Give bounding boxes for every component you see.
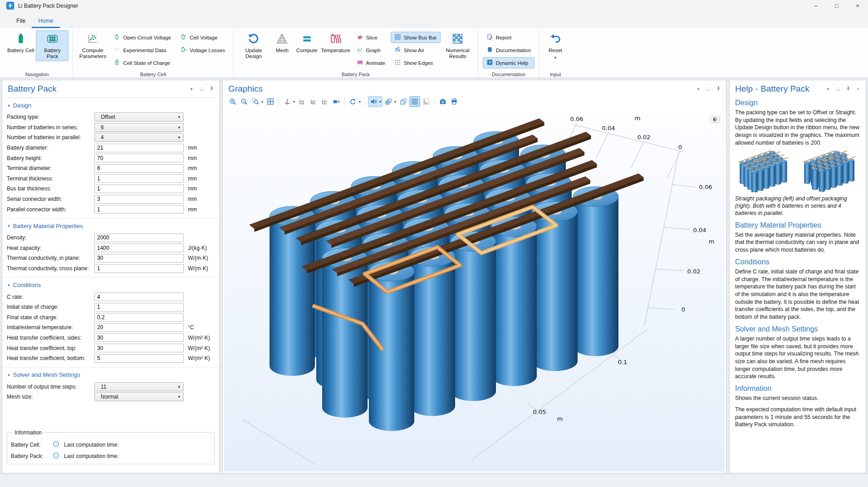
panel-float-icon[interactable]: □ bbox=[835, 86, 841, 92]
speaker-icon[interactable] bbox=[368, 97, 378, 107]
ribbon-button-mesh[interactable]: Mesh bbox=[270, 30, 294, 55]
ribbon-button-experimental-data[interactable]: Experimental Data bbox=[110, 44, 174, 56]
ribbon-button-dynamic-help[interactable]: ?Dynamic Help bbox=[483, 57, 535, 68]
ribbon-button-update-design[interactable]: Update Design bbox=[237, 30, 270, 61]
menu-tab-home[interactable]: Home bbox=[32, 14, 59, 28]
input-terminal-thickness[interactable] bbox=[94, 174, 184, 183]
chevron-down-icon[interactable]: ▾ bbox=[378, 100, 382, 104]
field-label: Thermal conductivity, in plane: bbox=[7, 255, 94, 261]
comsol-context-icon[interactable] bbox=[710, 116, 720, 125]
ribbon-button-show-air[interactable]: Show Air bbox=[391, 44, 441, 56]
input-serial-connector-width[interactable] bbox=[94, 195, 184, 204]
input-battery-height[interactable] bbox=[94, 154, 184, 162]
select-packing-type[interactable]: Offset▾ bbox=[94, 112, 184, 122]
input-initial-external-temperature[interactable] bbox=[94, 323, 184, 332]
input-heat-transfer-coefficient-sides[interactable] bbox=[94, 333, 184, 342]
select-mesh-size[interactable]: Normal▾ bbox=[94, 392, 184, 401]
view-xz-icon[interactable]: xz bbox=[320, 97, 330, 107]
ribbon-button-show-edges[interactable]: Show Edges bbox=[391, 57, 441, 68]
ribbon-button-cell-voltage[interactable]: Cell Voltage bbox=[177, 32, 229, 43]
section-header-conditions[interactable]: ▾Conditions bbox=[8, 282, 214, 288]
input-final-state-of-charge[interactable] bbox=[94, 313, 184, 321]
input-heat-transfer-coefficient-top[interactable] bbox=[94, 344, 184, 352]
zoom-extents-icon[interactable] bbox=[265, 97, 275, 107]
ribbon-button-battery-cell[interactable]: Battery Cell bbox=[5, 30, 36, 55]
menu-tab-file[interactable]: File bbox=[10, 14, 32, 28]
ribbon-button-compute-parameters[interactable]: Compute Parameters bbox=[76, 30, 109, 61]
perspective-icon[interactable] bbox=[331, 97, 341, 107]
view-xy-icon[interactable]: xy bbox=[297, 97, 307, 107]
close-button[interactable]: × bbox=[847, 0, 868, 11]
input-density[interactable] bbox=[94, 234, 184, 242]
input-heat-capacity[interactable] bbox=[94, 244, 184, 252]
section-header-design[interactable]: ▾Design bbox=[8, 102, 214, 109]
ribbon-button-cell-state-of-charge[interactable]: Cell State of Charge bbox=[110, 57, 174, 68]
axis-box-icon[interactable] bbox=[421, 97, 431, 107]
panel-menu-chevron-icon[interactable]: ▾ bbox=[188, 86, 195, 92]
ribbon-button-animate[interactable]: Animate bbox=[353, 57, 389, 68]
zoom-box-icon[interactable] bbox=[250, 97, 260, 107]
ribbon-button-reset[interactable]: Reset▾ bbox=[543, 30, 568, 62]
ribbon-button-open-circuit-voltage[interactable]: Open Circuit Voltage bbox=[110, 32, 174, 43]
input-initial-state-of-charge[interactable] bbox=[94, 303, 184, 312]
scatter-icon bbox=[87, 33, 99, 46]
minimize-button[interactable]: – bbox=[805, 0, 826, 11]
scene-icon[interactable] bbox=[383, 97, 393, 107]
info-icon[interactable]: i bbox=[53, 452, 59, 460]
view-yz-icon[interactable]: yz bbox=[309, 97, 319, 107]
svg-text:?: ? bbox=[488, 60, 491, 65]
chevron-down-icon[interactable]: ▾ bbox=[292, 100, 296, 104]
zoom-in-icon[interactable] bbox=[228, 97, 238, 107]
chevron-down-icon[interactable]: ▾ bbox=[393, 100, 397, 104]
ribbon-button-numerical-results[interactable]: Numerical Results bbox=[441, 30, 474, 61]
grid-icon[interactable] bbox=[410, 97, 420, 107]
panel-pin-icon[interactable] bbox=[845, 86, 851, 92]
ribbon-button-compute[interactable]: Compute bbox=[294, 30, 319, 55]
batt-bolt-icon bbox=[113, 59, 120, 67]
panel-float-icon[interactable]: □ bbox=[705, 86, 711, 92]
select-number-of-output-time-steps[interactable]: 11▾ bbox=[94, 382, 184, 391]
panel-menu-chevron-icon[interactable]: ▾ bbox=[695, 86, 701, 92]
ribbon-button-battery-pack[interactable]: Battery Pack bbox=[36, 30, 69, 61]
input-c-rate[interactable] bbox=[94, 292, 184, 301]
ribbon-button-report[interactable]: Report bbox=[483, 32, 535, 43]
axis-tick-label: 0 bbox=[678, 144, 682, 151]
maximize-button[interactable]: □ bbox=[826, 0, 847, 11]
select-number-of-batteries-in-parallel[interactable]: 4▾ bbox=[94, 133, 184, 142]
input-terminal-diameter[interactable] bbox=[94, 164, 184, 173]
transparency-icon[interactable] bbox=[398, 97, 408, 107]
zoom-out-icon[interactable] bbox=[239, 97, 249, 107]
input-heat-transfer-coefficient-bottom[interactable] bbox=[94, 354, 184, 363]
snapshot-icon[interactable] bbox=[438, 97, 448, 107]
ribbon-button-documentation[interactable]: Documentation bbox=[483, 44, 535, 56]
panel-float-icon[interactable]: □ bbox=[198, 86, 205, 92]
chevron-down-icon[interactable]: ▾ bbox=[358, 100, 362, 104]
panel-pin-icon[interactable] bbox=[208, 86, 215, 92]
chevron-down-icon[interactable]: ▾ bbox=[260, 100, 264, 104]
rotate-icon[interactable] bbox=[348, 97, 358, 107]
chevron-down-icon[interactable]: ▾ bbox=[554, 55, 557, 60]
panel-menu-chevron-icon[interactable]: ▾ bbox=[825, 86, 831, 92]
print-icon[interactable] bbox=[449, 97, 459, 107]
input-thermal-conductivity-in-plane[interactable] bbox=[94, 254, 184, 263]
batt-v-icon bbox=[180, 34, 187, 41]
ribbon-button-temperature[interactable]: Temperature bbox=[319, 30, 352, 55]
graphics-canvas[interactable]: 0.060.040.020m0.060.04m0.0200.10.05m bbox=[224, 113, 725, 472]
panel-close-icon[interactable]: × bbox=[855, 86, 861, 92]
select-number-of-batteries-in-series[interactable]: 6▾ bbox=[94, 123, 184, 132]
ribbon-button-graph[interactable]: Graph bbox=[353, 44, 389, 56]
section-header-battery-material-properties[interactable]: ▾Battery Material Properties bbox=[8, 223, 214, 229]
input-bus-bar-thickness[interactable] bbox=[94, 185, 184, 193]
ribbon-button-show-bus-bar[interactable]: Show Bus Bar bbox=[391, 32, 441, 43]
input-parallel-connector-width[interactable] bbox=[94, 205, 184, 214]
panel-pin-icon[interactable] bbox=[715, 86, 721, 92]
default-view-icon[interactable] bbox=[282, 97, 292, 107]
input-thermal-conductivity-cross-plane[interactable] bbox=[94, 264, 184, 273]
ribbon-button-label: Battery Pack bbox=[38, 48, 67, 59]
info-icon[interactable]: i bbox=[53, 441, 59, 449]
ribbon-button-voltage-losses[interactable]: Voltage Losses bbox=[177, 44, 229, 56]
section-header-solver-and-mesh-settings[interactable]: ▾Solver and Mesh Settings bbox=[8, 371, 214, 378]
input-battery-diameter[interactable] bbox=[94, 144, 184, 152]
field-label: Serial connector width: bbox=[7, 196, 94, 202]
ribbon-button-slice[interactable]: Slice bbox=[353, 32, 389, 43]
